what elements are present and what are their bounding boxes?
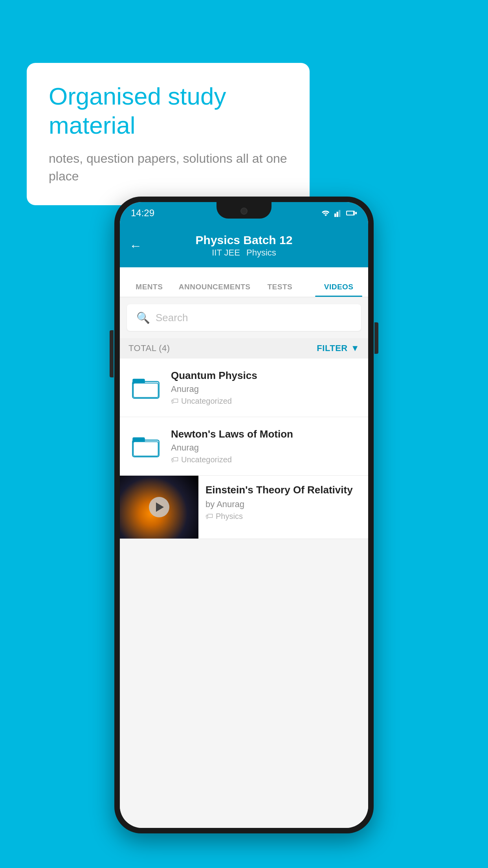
filter-row: TOTAL (4) FILTER ▼ bbox=[120, 338, 368, 359]
tab-announcements[interactable]: ANNOUNCEMENTS bbox=[179, 283, 251, 297]
video-tag-einstein: 🏷 Physics bbox=[205, 512, 361, 521]
tab-ments[interactable]: MENTS bbox=[120, 283, 179, 297]
video-author-einstein: by Anurag bbox=[205, 499, 361, 509]
video-info-newton: Newton's Laws of Motion Anurag 🏷 Uncateg… bbox=[171, 428, 360, 464]
folder-icon-newton bbox=[132, 432, 160, 460]
phone-screen: 14:29 bbox=[120, 202, 368, 828]
search-icon: 🔍 bbox=[136, 311, 150, 324]
svg-rect-0 bbox=[334, 213, 336, 217]
content-area: 🔍 Search TOTAL (4) FILTER ▼ bbox=[120, 297, 368, 828]
status-time: 14:29 bbox=[131, 208, 154, 219]
phone-outer: 14:29 bbox=[114, 197, 374, 833]
video-item-newton[interactable]: Newton's Laws of Motion Anurag 🏷 Uncateg… bbox=[120, 417, 368, 476]
svg-rect-5 bbox=[355, 212, 357, 214]
speech-bubble: Organised study material notes, question… bbox=[27, 63, 310, 205]
svg-rect-2 bbox=[339, 210, 340, 217]
status-icons bbox=[320, 209, 357, 217]
video-thumbnail-einstein bbox=[120, 476, 198, 539]
video-author-newton: Anurag bbox=[171, 443, 360, 453]
folder-icon-quantum bbox=[132, 373, 160, 402]
app-bar-subtitle: IIT JEE Physics bbox=[212, 248, 276, 258]
video-item-quantum[interactable]: Quantum Physics Anurag 🏷 Uncategorized bbox=[120, 359, 368, 417]
video-info-einstein: Einstein's Theory Of Relativity by Anura… bbox=[198, 476, 368, 529]
filter-icon: ▼ bbox=[351, 343, 360, 353]
svg-rect-8 bbox=[134, 383, 158, 397]
video-title-einstein: Einstein's Theory Of Relativity bbox=[205, 484, 361, 497]
wifi-icon bbox=[320, 209, 331, 217]
filter-button[interactable]: FILTER ▼ bbox=[317, 343, 360, 353]
video-thumb-newton bbox=[128, 429, 163, 463]
video-title-quantum: Quantum Physics bbox=[171, 370, 360, 382]
video-author-quantum: Anurag bbox=[171, 384, 360, 394]
video-list: Quantum Physics Anurag 🏷 Uncategorized bbox=[120, 359, 368, 539]
app-bar-title: Physics Batch 12 bbox=[196, 234, 293, 247]
video-item-einstein[interactable]: Einstein's Theory Of Relativity by Anura… bbox=[120, 476, 368, 539]
video-tag-quantum: 🏷 Uncategorized bbox=[171, 397, 360, 406]
svg-rect-1 bbox=[337, 212, 338, 217]
tag-icon-quantum: 🏷 bbox=[171, 397, 179, 406]
phone-notch bbox=[216, 202, 272, 219]
video-info-quantum: Quantum Physics Anurag 🏷 Uncategorized bbox=[171, 370, 360, 406]
battery-icon bbox=[346, 210, 357, 216]
search-bar[interactable]: 🔍 Search bbox=[127, 304, 361, 331]
signal-icon bbox=[334, 209, 343, 217]
total-count: TOTAL (4) bbox=[128, 343, 170, 353]
video-thumb-quantum bbox=[128, 370, 163, 405]
speech-bubble-wrapper: Organised study material notes, question… bbox=[27, 63, 310, 205]
app-bar: ← Physics Batch 12 IIT JEE Physics bbox=[120, 224, 368, 267]
subtitle-tag-physics: Physics bbox=[246, 248, 276, 258]
play-triangle-icon bbox=[156, 502, 164, 512]
svg-rect-11 bbox=[134, 442, 158, 456]
speech-bubble-heading: Organised study material bbox=[49, 82, 288, 140]
tab-videos[interactable]: VIDEOS bbox=[309, 283, 368, 297]
video-tag-newton: 🏷 Uncategorized bbox=[171, 455, 360, 464]
tag-icon-newton: 🏷 bbox=[171, 455, 179, 464]
svg-rect-4 bbox=[347, 211, 353, 215]
speech-bubble-subtext: notes, question papers, solutions all at… bbox=[49, 150, 288, 185]
subtitle-tag-iitjee: IIT JEE bbox=[212, 248, 240, 258]
play-button-einstein[interactable] bbox=[149, 497, 169, 517]
front-camera bbox=[240, 208, 248, 215]
phone-wrapper: 14:29 bbox=[114, 197, 374, 833]
tabs-bar: MENTS ANNOUNCEMENTS TESTS VIDEOS bbox=[120, 267, 368, 297]
tag-icon-einstein: 🏷 bbox=[205, 512, 213, 521]
back-button[interactable]: ← bbox=[129, 239, 142, 253]
filter-label: FILTER bbox=[317, 343, 347, 353]
tab-tests[interactable]: TESTS bbox=[251, 283, 310, 297]
search-placeholder: Search bbox=[156, 312, 188, 324]
video-title-newton: Newton's Laws of Motion bbox=[171, 428, 360, 440]
